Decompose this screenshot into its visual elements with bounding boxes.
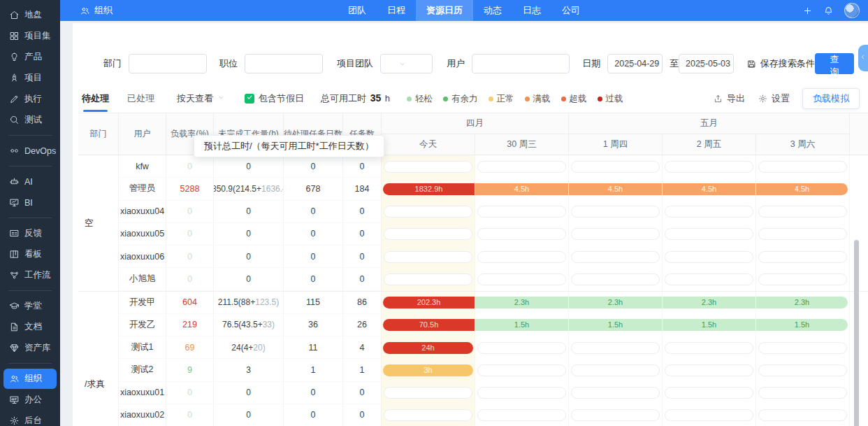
search-button[interactable]: 查询 [815,53,854,74]
calendar-cell[interactable] [569,359,663,381]
sidebar-item-后台[interactable]: 后台 [3,411,57,426]
day-header-2 周五[interactable]: 2 周五 [663,134,756,155]
workload-bar[interactable]: 4.5h [569,183,662,195]
workload-bar[interactable]: 1.5h [475,319,568,331]
user-name[interactable]: 测试2 [119,359,166,381]
sidebar-item-资产库[interactable]: 资产库 [3,338,57,358]
calendar-cell[interactable] [382,404,475,426]
user-name[interactable]: 开发甲 [119,292,166,314]
user-name[interactable]: 测试1 [119,336,166,359]
day-header-3 周六[interactable]: 3 周六 [756,134,850,155]
workload-bar[interactable]: 4.5h [663,183,755,195]
calendar-cell[interactable]: 1.5h [756,314,850,336]
calendar-cell[interactable]: 1832.9h [382,178,475,200]
calendar-cell[interactable] [663,336,756,359]
calendar-cell[interactable] [663,155,756,178]
workload-bar[interactable]: 2.3h [756,297,848,308]
workload-bar[interactable]: 4.5h [475,183,568,195]
nav-tab-动态[interactable]: 动态 [473,0,512,21]
add-button[interactable] [802,6,813,16]
workload-bar[interactable]: 1.5h [569,319,662,331]
position-filter-input[interactable] [245,54,323,73]
calendar-cell[interactable] [663,359,756,381]
tab-processed[interactable]: 已处理 [127,92,154,105]
user-name[interactable]: 小旭旭 [119,268,166,290]
save-search-button[interactable]: 保存搜索条件 [746,57,815,70]
sidebar-item-办公[interactable]: 办公 [3,390,57,410]
calendar-cell[interactable] [569,223,663,246]
sidebar-item-组织[interactable]: 组织 [3,369,57,389]
sidebar-item-项目集[interactable]: 项目集 [3,26,57,46]
nav-tab-资源日历[interactable]: 资源日历 [416,0,473,21]
calendar-cell[interactable] [475,359,569,381]
calendar-cell[interactable] [663,246,756,268]
workload-bar[interactable]: 70.5h [383,319,475,331]
workload-bar[interactable]: 1832.9h [383,183,475,195]
calendar-cell[interactable]: 1.5h [475,314,569,336]
calendar-cell[interactable]: 3h [382,359,475,381]
calendar-cell[interactable]: 1.5h [569,314,663,336]
calendar-cell[interactable] [756,246,850,268]
day-header-1 周四[interactable]: 1 周四 [569,134,663,155]
calendar-cell[interactable] [663,382,756,404]
calendar-cell[interactable]: 70.5h [382,314,475,336]
calendar-cell[interactable] [382,201,475,223]
workload-bar[interactable]: 2.3h [475,297,568,308]
calendar-cell[interactable] [756,404,850,426]
calendar-cell[interactable] [382,223,475,246]
workload-bar[interactable]: 4.5h [756,183,848,195]
sidebar-item-AI[interactable]: AI [3,171,57,192]
calendar-cell[interactable]: 4.5h [569,178,663,200]
sidebar-item-反馈[interactable]: 反馈 [3,223,57,243]
workload-bar[interactable]: 2.3h [663,297,755,308]
sidebar-item-文档[interactable]: 文档 [3,317,57,337]
sidebar-item-DevOps[interactable]: DevOps [3,141,57,161]
calendar-cell[interactable] [663,223,756,246]
calendar-cell[interactable] [663,404,756,426]
date-from-input[interactable]: 2025-04-29 [607,54,663,73]
calendar-cell[interactable] [382,382,475,404]
notifications-bell-icon[interactable] [823,6,834,16]
dept-filter-input[interactable] [129,54,207,73]
day-header-today[interactable]: 今天 [382,134,475,155]
calendar-cell[interactable] [569,155,663,178]
calendar-cell[interactable] [756,336,850,359]
user-name[interactable]: xiaoxuxu04 [119,201,166,223]
sidebar-item-工作流[interactable]: 工作流 [3,265,57,285]
calendar-cell[interactable] [756,359,850,381]
export-button[interactable]: 导出 [713,92,745,105]
nav-tab-团队[interactable]: 团队 [338,0,377,21]
collapse-filter-handle[interactable] [858,45,868,71]
calendar-cell[interactable] [382,246,475,268]
calendar-cell[interactable]: 4.5h [475,178,569,200]
calendar-cell[interactable]: 2.3h [756,292,850,314]
day-header-30 周三[interactable]: 30 周三 [475,134,569,155]
calendar-cell[interactable]: 4.5h [756,178,850,200]
calendar-cell[interactable] [756,268,850,290]
tab-pending[interactable]: 待处理 [82,92,109,105]
user-name[interactable]: xiaoxuxu02 [119,404,166,426]
calendar-cell[interactable] [569,404,663,426]
workload-bar[interactable]: 3h [383,364,473,376]
settings-button[interactable]: 设置 [758,92,790,105]
workload-bar[interactable]: 1.5h [663,319,755,331]
sidebar-item-项目[interactable]: 项目 [3,68,57,88]
user-name[interactable]: 开发乙 [119,314,166,336]
user-filter-input[interactable] [472,54,570,73]
sidebar-item-BI[interactable]: BI [3,192,57,213]
load-simulate-button[interactable]: 负载模拟 [802,88,860,109]
nav-tab-日志[interactable]: 日志 [512,0,551,21]
calendar-cell[interactable] [475,155,569,178]
team-select[interactable] [380,54,433,73]
calendar-cell[interactable] [475,336,569,359]
calendar-cell[interactable]: 24h [382,336,475,359]
calendar-cell[interactable] [569,246,663,268]
breadcrumb[interactable]: 组织 [80,4,113,17]
calendar-cell[interactable] [756,201,850,223]
calendar-cell[interactable] [475,246,569,268]
user-name[interactable]: kfw [119,155,166,178]
calendar-cell[interactable] [756,223,850,246]
nav-tab-公司[interactable]: 公司 [551,0,591,21]
calendar-cell[interactable]: 4.5h [663,178,756,200]
sidebar-item-看板[interactable]: 看板 [3,244,57,264]
